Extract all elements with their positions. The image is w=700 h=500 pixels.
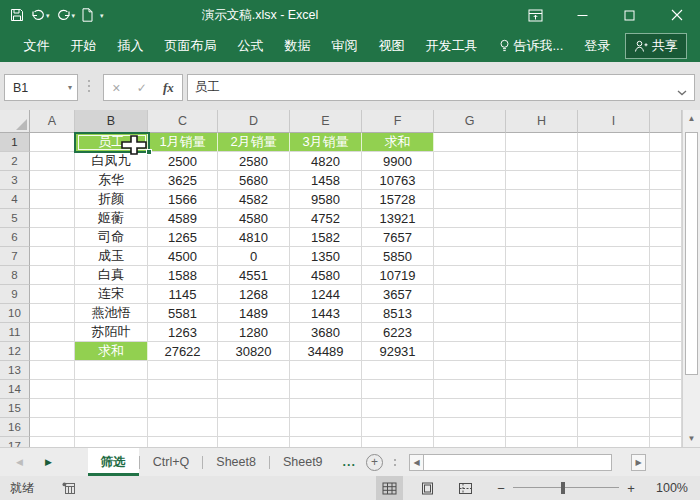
cell-A4[interactable] bbox=[30, 190, 75, 209]
cell-E13[interactable] bbox=[290, 361, 362, 380]
cell-G2[interactable] bbox=[434, 152, 506, 171]
select-all-corner[interactable] bbox=[0, 110, 30, 133]
cell-C7[interactable]: 4500 bbox=[148, 247, 218, 266]
cell-I11[interactable] bbox=[578, 323, 650, 342]
cell-C15[interactable] bbox=[148, 399, 218, 418]
column-header-A[interactable]: A bbox=[30, 110, 75, 133]
ribbon-tab-review[interactable]: 审阅 bbox=[321, 30, 368, 62]
cell-D15[interactable] bbox=[218, 399, 290, 418]
cell-B1[interactable]: 员工 bbox=[75, 133, 148, 152]
ribbon-tab-page-layout[interactable]: 页面布局 bbox=[154, 30, 227, 62]
cell-C11[interactable]: 1263 bbox=[148, 323, 218, 342]
column-header-D[interactable]: D bbox=[218, 110, 290, 133]
zoom-in-icon[interactable]: + bbox=[625, 481, 637, 496]
cell-E10[interactable]: 1443 bbox=[290, 304, 362, 323]
cell-F13[interactable] bbox=[362, 361, 434, 380]
cell-H1[interactable] bbox=[506, 133, 578, 152]
cell-A9[interactable] bbox=[30, 285, 75, 304]
cell-F17[interactable] bbox=[362, 437, 434, 447]
cell-H13[interactable] bbox=[506, 361, 578, 380]
cell-F15[interactable] bbox=[362, 399, 434, 418]
cell-A12[interactable] bbox=[30, 342, 75, 361]
row-header-10[interactable]: 10 bbox=[0, 304, 30, 323]
undo-button[interactable]: ▾ bbox=[31, 9, 50, 21]
cell-I2[interactable] bbox=[578, 152, 650, 171]
cell-I13[interactable] bbox=[578, 361, 650, 380]
cell-B6[interactable]: 司命 bbox=[75, 228, 148, 247]
row-header-9[interactable]: 9 bbox=[0, 285, 30, 304]
cell-H4[interactable] bbox=[506, 190, 578, 209]
cell-H16[interactable] bbox=[506, 418, 578, 437]
cell-I4[interactable] bbox=[578, 190, 650, 209]
cell-B8[interactable]: 白真 bbox=[75, 266, 148, 285]
row-header-5[interactable]: 5 bbox=[0, 209, 30, 228]
normal-view-button[interactable] bbox=[376, 476, 403, 500]
cell-partial-8[interactable] bbox=[650, 266, 682, 285]
cell-C10[interactable]: 5581 bbox=[148, 304, 218, 323]
cell-partial-9[interactable] bbox=[650, 285, 682, 304]
scroll-left-icon[interactable]: ◀ bbox=[409, 454, 424, 471]
cell-F16[interactable] bbox=[362, 418, 434, 437]
cell-I14[interactable] bbox=[578, 380, 650, 399]
sheet-tab-sheet8[interactable]: Sheet8 bbox=[203, 448, 269, 476]
row-header-8[interactable]: 8 bbox=[0, 266, 30, 285]
row-header-2[interactable]: 2 bbox=[0, 152, 30, 171]
column-header-E[interactable]: E bbox=[290, 110, 362, 133]
cell-B13[interactable] bbox=[75, 361, 148, 380]
cell-G5[interactable] bbox=[434, 209, 506, 228]
minimize-button[interactable] bbox=[559, 0, 606, 30]
column-header-C[interactable]: C bbox=[148, 110, 218, 133]
cell-H7[interactable] bbox=[506, 247, 578, 266]
cell-H12[interactable] bbox=[506, 342, 578, 361]
cell-partial-2[interactable] bbox=[650, 152, 682, 171]
page-layout-view-button[interactable] bbox=[414, 476, 441, 500]
name-box-dropdown-icon[interactable]: ▾ bbox=[68, 84, 72, 92]
ribbon-tab-home[interactable]: 开始 bbox=[60, 30, 107, 62]
cell-D13[interactable] bbox=[218, 361, 290, 380]
cell-H14[interactable] bbox=[506, 380, 578, 399]
cell-C16[interactable] bbox=[148, 418, 218, 437]
cell-D14[interactable] bbox=[218, 380, 290, 399]
row-header-15[interactable]: 15 bbox=[0, 399, 30, 418]
cell-partial-13[interactable] bbox=[650, 361, 682, 380]
cell-partial-1[interactable] bbox=[650, 133, 682, 152]
cell-partial-4[interactable] bbox=[650, 190, 682, 209]
cell-D5[interactable]: 4580 bbox=[218, 209, 290, 228]
cell-I12[interactable] bbox=[578, 342, 650, 361]
zoom-slider[interactable] bbox=[513, 476, 619, 500]
cell-H15[interactable] bbox=[506, 399, 578, 418]
cell-partial-10[interactable] bbox=[650, 304, 682, 323]
cell-B7[interactable]: 成玉 bbox=[75, 247, 148, 266]
cell-partial-6[interactable] bbox=[650, 228, 682, 247]
cell-G3[interactable] bbox=[434, 171, 506, 190]
customize-quick-access-toolbar-button[interactable]: ▾ bbox=[100, 12, 104, 19]
cell-I9[interactable] bbox=[578, 285, 650, 304]
ribbon-tab-developer[interactable]: 开发工具 bbox=[415, 30, 488, 62]
vertical-scrollbar-thumb[interactable] bbox=[685, 132, 698, 375]
cell-E6[interactable]: 1582 bbox=[290, 228, 362, 247]
redo-button[interactable]: ▾ bbox=[57, 9, 76, 21]
cell-I17[interactable] bbox=[578, 437, 650, 447]
cell-I8[interactable] bbox=[578, 266, 650, 285]
sheet-tab-filter[interactable]: 筛选 bbox=[88, 448, 139, 476]
row-header-6[interactable]: 6 bbox=[0, 228, 30, 247]
new-sheet-button[interactable]: + bbox=[366, 454, 383, 471]
horizontal-scrollbar-track[interactable] bbox=[424, 454, 612, 471]
row-header-14[interactable]: 14 bbox=[0, 380, 30, 399]
cell-partial-16[interactable] bbox=[650, 418, 682, 437]
cell-H6[interactable] bbox=[506, 228, 578, 247]
cell-E17[interactable] bbox=[290, 437, 362, 447]
scroll-up-icon[interactable]: ▲ bbox=[683, 110, 700, 126]
cell-partial-11[interactable] bbox=[650, 323, 682, 342]
cell-C1[interactable]: 1月销量 bbox=[148, 133, 218, 152]
close-button[interactable] bbox=[653, 0, 700, 30]
cell-C17[interactable] bbox=[148, 437, 218, 447]
cell-C13[interactable] bbox=[148, 361, 218, 380]
cell-C2[interactable]: 2500 bbox=[148, 152, 218, 171]
ribbon-tab-file[interactable]: 文件 bbox=[13, 30, 60, 62]
cell-D10[interactable]: 1489 bbox=[218, 304, 290, 323]
cell-D2[interactable]: 2580 bbox=[218, 152, 290, 171]
cell-D12[interactable]: 30820 bbox=[218, 342, 290, 361]
row-header-3[interactable]: 3 bbox=[0, 171, 30, 190]
cell-B2[interactable]: 白凤九 bbox=[75, 152, 148, 171]
